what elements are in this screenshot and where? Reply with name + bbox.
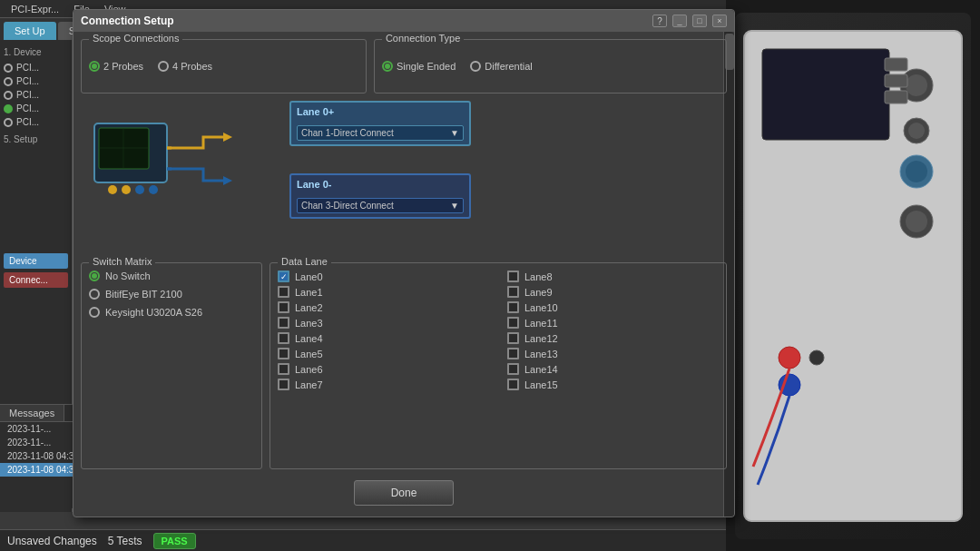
lane-0minus-dropdown[interactable]: Chan 3-Direct Connect ▼ (297, 198, 464, 213)
bottom-section: Switch Matrix No Switch BitifEye BIT 210… (81, 262, 727, 469)
checkbox-lane1[interactable] (278, 286, 289, 298)
keysight-label: Keysight U3020A S26 (105, 307, 202, 318)
radio-dot-3 (4, 91, 13, 100)
lane-check-lane1[interactable]: Lane1 (278, 286, 489, 298)
lane-0minus-dropdown-arrow: ▼ (450, 201, 459, 211)
tests-count: 5 Tests (108, 535, 142, 547)
checkbox-lane8[interactable] (507, 271, 519, 282)
checkbox-lane13[interactable] (507, 348, 519, 359)
checkbox-lane2[interactable] (278, 301, 289, 313)
dialog-close-button[interactable]: × (712, 15, 727, 27)
dialog-maximize-button[interactable]: □ (692, 15, 707, 27)
lane-check-lane3[interactable]: Lane3 (278, 317, 489, 329)
lane-0minus-dropdown-value: Chan 3-Direct Connect (301, 201, 394, 211)
checkbox-lane12[interactable] (507, 332, 519, 344)
checkbox-lane3[interactable] (278, 317, 289, 329)
messages-tab[interactable]: Messages (0, 405, 64, 421)
lane-check-lane14[interactable]: Lane14 (507, 363, 719, 375)
lane-0plus-dropdown-arrow: ▼ (450, 128, 459, 138)
scope-icon-container (90, 119, 172, 203)
lane-check-lane4[interactable]: Lane4 (278, 332, 489, 344)
lane-label-lane9: Lane9 (524, 287, 553, 298)
dialog-body: Scope Connections 2 Probes 4 Probes Conn… (74, 32, 734, 517)
lane-label-lane7: Lane7 (295, 379, 323, 390)
radio-keysight[interactable] (89, 307, 100, 318)
connect-button[interactable]: Connec... (4, 272, 68, 288)
lane-label-lane2: Lane2 (295, 302, 323, 313)
checkbox-lane14[interactable] (507, 363, 519, 375)
radio-4-probes[interactable]: 4 Probes (158, 61, 212, 72)
checkbox-lane5[interactable] (278, 348, 289, 359)
checkbox-lane4[interactable] (278, 332, 289, 344)
lane-0plus-dropdown[interactable]: Chan 1-Direct Connect ▼ (297, 125, 464, 141)
data-lane-section: Data Lane Lane0Lane8Lane1Lane9Lane2Lane1… (270, 262, 727, 469)
svg-rect-1 (762, 49, 889, 140)
lane-check-lane13[interactable]: Lane13 (507, 348, 719, 359)
lane-check-lane2[interactable]: Lane2 (278, 301, 489, 313)
radio-single-ended[interactable]: Single Ended (382, 61, 456, 72)
lane-check-lane12[interactable]: Lane12 (507, 332, 719, 344)
data-lane-grid: Lane0Lane8Lane1Lane9Lane2Lane10Lane3Lane… (278, 271, 719, 390)
checkbox-lane7[interactable] (278, 379, 289, 390)
svg-rect-12 (885, 91, 907, 103)
oscilloscope-image (735, 13, 971, 539)
svg-rect-10 (885, 58, 907, 71)
top-sections-row: Scope Connections 2 Probes 4 Probes Conn… (81, 39, 727, 93)
svg-marker-27 (223, 176, 232, 185)
checkbox-lane6[interactable] (278, 363, 289, 375)
lane-check-lane11[interactable]: Lane11 (507, 317, 719, 329)
radio-dot-2 (4, 77, 13, 86)
svg-point-13 (779, 347, 800, 369)
lane-check-lane6[interactable]: Lane6 (278, 363, 489, 375)
scope-diagram-svg (90, 119, 172, 201)
tab-setup[interactable]: Set Up (4, 22, 56, 40)
switch-no-switch[interactable]: No Switch (89, 271, 254, 281)
dialog-minimize-button[interactable]: _ (672, 15, 687, 27)
lane-check-lane0[interactable]: Lane0 (278, 271, 489, 282)
radio-circle-single[interactable] (382, 61, 393, 72)
checkbox-lane9[interactable] (507, 286, 519, 298)
sidebar-item-3: PCI... (4, 90, 68, 100)
app-title: PCI-Expr... (4, 4, 66, 15)
lane-check-lane7[interactable]: Lane7 (278, 379, 489, 390)
checkbox-lane0[interactable] (278, 271, 289, 282)
lane-check-lane15[interactable]: Lane15 (507, 379, 719, 390)
lane-label-lane0: Lane0 (295, 271, 323, 282)
lane-check-lane8[interactable]: Lane8 (507, 271, 719, 282)
lane-0minus-label: Lane 0- (297, 179, 464, 190)
sidebar-item-4[interactable]: PCI... (4, 103, 68, 113)
switch-keysight[interactable]: Keysight U3020A S26 (89, 307, 254, 318)
radio-circle-2probes[interactable] (89, 61, 100, 72)
device-button[interactable]: Device (4, 253, 68, 269)
lane-check-lane9[interactable]: Lane9 (507, 286, 719, 298)
lane-check-lane10[interactable]: Lane10 (507, 301, 719, 313)
checkbox-lane15[interactable] (507, 379, 519, 390)
svg-point-5 (908, 123, 925, 139)
svg-point-9 (906, 211, 927, 232)
checkbox-lane10[interactable] (507, 301, 519, 313)
svg-rect-17 (99, 128, 149, 169)
radio-dot-1 (4, 64, 13, 73)
lane-0plus-container: Lane 0+ Chan 1-Direct Connect ▼ (289, 101, 471, 146)
svg-point-3 (906, 74, 927, 96)
svg-marker-26 (223, 133, 232, 142)
dialog-help-button[interactable]: ? (652, 15, 667, 27)
radio-dot-4-active (4, 104, 13, 113)
checkbox-lane11[interactable] (507, 317, 519, 329)
lane-label-lane13: Lane13 (524, 349, 558, 359)
sidebar-section-setup: 5. Setup (4, 134, 68, 144)
radio-no-switch[interactable] (89, 271, 100, 281)
switch-bitif[interactable]: BitifEye BIT 2100 (89, 289, 254, 300)
radio-2-probes[interactable]: 2 Probes (89, 61, 143, 72)
radio-differential[interactable]: Differential (470, 61, 532, 72)
sidebar-item-1: PCI... (4, 63, 68, 73)
done-button[interactable]: Done (354, 480, 455, 506)
radio-circle-4probes[interactable] (158, 61, 169, 72)
radio-bitif[interactable] (89, 289, 100, 300)
lane-check-lane5[interactable]: Lane5 (278, 348, 489, 359)
radio-circle-differential[interactable] (470, 61, 481, 72)
pass-badge: PASS (153, 533, 196, 549)
radio-4-probes-label: 4 Probes (172, 61, 212, 72)
lane-label-lane10: Lane10 (524, 302, 558, 313)
sidebar-item-5: PCI... (4, 117, 68, 127)
